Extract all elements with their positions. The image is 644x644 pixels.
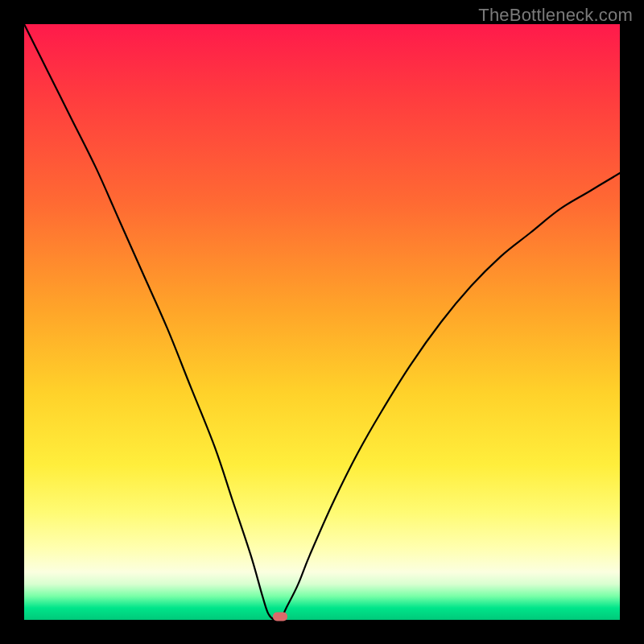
watermark-text: TheBottleneck.com bbox=[478, 5, 633, 26]
minimum-marker bbox=[273, 613, 287, 621]
chart-frame: TheBottleneck.com bbox=[0, 0, 644, 644]
bottleneck-curve bbox=[24, 24, 620, 621]
curve-svg bbox=[24, 24, 620, 620]
plot-area bbox=[24, 24, 620, 620]
